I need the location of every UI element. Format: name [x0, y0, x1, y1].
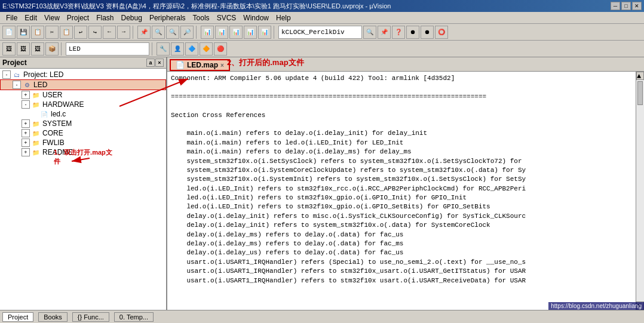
toolbar1-btn-1[interactable]: 💾	[17, 26, 30, 39]
menu-item-view[interactable]: View	[41, 13, 63, 23]
menu-item-window[interactable]: Window	[240, 13, 272, 23]
menu-bar: FileEditViewProjectFlashDebugPeripherals…	[0, 12, 644, 24]
toolbar2-icon-1[interactable]: 🖼	[17, 42, 30, 56]
code-line-15: delay.o(i.delay_init) refers to misc.o(i…	[171, 212, 632, 221]
code-line-12: led.o(i.LED_Init) refers to stm32f10x_rc…	[171, 184, 632, 193]
menu-item-tools[interactable]: Tools	[189, 13, 213, 23]
tree-expander-3[interactable]: -	[22, 100, 30, 109]
toolbar1-btn-right-3[interactable]: ⏺	[406, 26, 419, 39]
tree-item-4[interactable]: 📄led.c	[0, 109, 166, 119]
tree-expander-5[interactable]: +	[22, 119, 30, 128]
toolbar1-btn-extra-3[interactable]: 🔎	[180, 26, 194, 39]
editor-scrollbar[interactable]: ▲ ▼	[636, 72, 644, 310]
editor-tab-led-map[interactable]: 📄 LED.map ×	[170, 59, 230, 71]
code-line-10: system_stm32f10x.o(i.SystemCoreClockUpda…	[171, 166, 632, 175]
project-panel-title: Project	[2, 59, 27, 67]
toolbar1-btn-4[interactable]: 📋	[60, 26, 73, 39]
toolbar1-btn-code-2[interactable]: 📊	[229, 26, 243, 39]
toolbar1-btn-6[interactable]: ↪	[88, 26, 102, 39]
toolbar1-btn-2[interactable]: 📋	[31, 26, 44, 39]
tree-item-5[interactable]: +📁SYSTEM	[0, 119, 166, 128]
tree-expander-2[interactable]: +	[22, 91, 30, 99]
toolbar1-btn-3[interactable]: ✂	[45, 26, 59, 39]
toolbar1-btn-right-5[interactable]: ⭕	[435, 26, 448, 39]
editor-content[interactable]: Component: ARM Compiler 5.06 update 4 (b…	[167, 72, 636, 310]
tree-item-7[interactable]: +📁FWLIB	[0, 138, 166, 147]
toolbar1-btn-right-0[interactable]: 🔍	[363, 26, 376, 39]
toolbar2-icon-3[interactable]: 📦	[45, 42, 59, 56]
tree-node-label-2: USER	[42, 91, 62, 99]
project-panel: Project a × -🗂Project: LED-⚙LED+📁USER-📁H…	[0, 57, 167, 310]
code-line-20: usart.o(i.USART1_IRQHandler) refers (Spe…	[171, 258, 632, 267]
toolbar2-action-btn-4[interactable]: 🔴	[214, 42, 227, 56]
toolbar1-btn-code-1[interactable]: 📊	[215, 26, 228, 39]
project-dock-button[interactable]: a	[146, 59, 155, 67]
toolbar1-btn-extra-2[interactable]: 🔍	[166, 26, 179, 39]
tree-item-1[interactable]: -⚙LED	[0, 79, 166, 90]
toolbar1-btn-code-4[interactable]: 📊	[258, 26, 271, 39]
tree-expander-6[interactable]: +	[22, 129, 30, 137]
toolbar2-icon-2[interactable]: 🖼	[31, 42, 44, 56]
tree-expander-7[interactable]: +	[22, 139, 30, 147]
status-bar: ProjectBooks{} Func...0. Temp...	[0, 310, 644, 323]
maximize-button[interactable]: □	[621, 2, 631, 10]
tree-item-0[interactable]: -🗂Project: LED	[0, 70, 166, 79]
menu-item-edit[interactable]: Edit	[21, 13, 41, 23]
toolbar1-btn-code-3[interactable]: 📊	[244, 26, 257, 39]
toolbar1-btn-0[interactable]: 📄	[2, 26, 16, 39]
menu-item-flash[interactable]: Flash	[93, 13, 117, 23]
tree-expander-8[interactable]: +	[22, 148, 30, 156]
toolbar1-btn-code-0[interactable]: 📊	[201, 26, 214, 39]
toolbar1-btn-5[interactable]: ↩	[74, 26, 87, 39]
menu-item-help[interactable]: Help	[272, 13, 295, 23]
toolbar2-icon-0[interactable]: 🖼	[2, 42, 16, 56]
toolbar1-btn-extra-0[interactable]: 📌	[137, 26, 151, 39]
project-close-button[interactable]: ×	[155, 59, 164, 67]
toolbar1-btn-right-2[interactable]: ❓	[392, 26, 405, 39]
editor-tabs: 📄 LED.map ×	[167, 57, 644, 72]
status-tab-1[interactable]: Books	[38, 312, 68, 322]
watermark: https://blog.csdn.net/zhuguanliang	[548, 302, 644, 310]
scroll-track[interactable]	[636, 80, 644, 302]
tree-node-label-1: LED	[33, 81, 47, 89]
tree-item-8[interactable]: +📁README	[0, 147, 166, 157]
toolbar1-separator2	[196, 26, 198, 39]
close-button[interactable]: ✕	[632, 2, 642, 10]
tree-node-label-7: FWLIB	[42, 139, 65, 147]
toolbar2-action-btn-0[interactable]: 🔧	[157, 42, 170, 56]
toolbar2-action-btn-2[interactable]: 🔷	[185, 42, 198, 56]
toolbar1-btn-7[interactable]: ←	[103, 26, 116, 39]
menu-item-file[interactable]: File	[2, 13, 21, 23]
tab-close-button[interactable]: ×	[220, 62, 224, 69]
menu-item-svcs[interactable]: SVCS	[213, 13, 240, 23]
toolbar1-btn-right-4[interactable]: ⏺	[421, 26, 434, 39]
toolbar2-separator2	[152, 42, 154, 56]
toolbar2-action-btn-3[interactable]: 🔶	[200, 42, 213, 56]
minimize-button[interactable]: ─	[611, 2, 620, 10]
status-tab-3[interactable]: 0. Temp...	[114, 312, 154, 322]
scroll-up-button[interactable]: ▲	[636, 72, 644, 80]
tree-item-2[interactable]: +📁USER	[0, 90, 166, 100]
menu-item-project[interactable]: Project	[63, 13, 93, 23]
scroll-thumb[interactable]	[637, 81, 643, 105]
toolbar1-btn-extra-1[interactable]: 🔍	[152, 26, 165, 39]
clock-dropdown[interactable]: kCLOCK_PerclkDiv	[278, 26, 362, 39]
status-tab-0[interactable]: Project	[2, 312, 33, 322]
title-text: E:\STM32F103战舰V3资料\战舰V3 资料盘(A盘)\4，程序源码\2…	[2, 2, 391, 11]
tree-item-3[interactable]: -📁HARDWARE	[0, 100, 166, 109]
menu-item-peripherals[interactable]: Peripherals	[146, 13, 189, 23]
tree-expander-0[interactable]: -	[2, 70, 11, 79]
tree-node-icon-4: 📄	[39, 110, 49, 118]
toolbar1-btn-8[interactable]: →	[117, 26, 130, 39]
tree-item-6[interactable]: +📁CORE	[0, 128, 166, 138]
menu-item-debug[interactable]: Debug	[118, 13, 146, 23]
tree-node-label-4: led.c	[51, 110, 66, 118]
toolbar2: 🖼🖼🖼📦LED🔧👤🔷🔶🔴	[0, 41, 644, 57]
status-tab-2[interactable]: {} Func...	[72, 312, 109, 322]
tab-icon: 📄	[176, 61, 185, 69]
tree-expander-1[interactable]: -	[13, 81, 21, 89]
toolbar2-action-btn-1[interactable]: 👤	[171, 42, 184, 56]
title-buttons: ─ □ ✕	[611, 2, 642, 10]
led-dropdown[interactable]: LED	[66, 42, 149, 56]
toolbar1-btn-right-1[interactable]: 📌	[378, 26, 391, 39]
